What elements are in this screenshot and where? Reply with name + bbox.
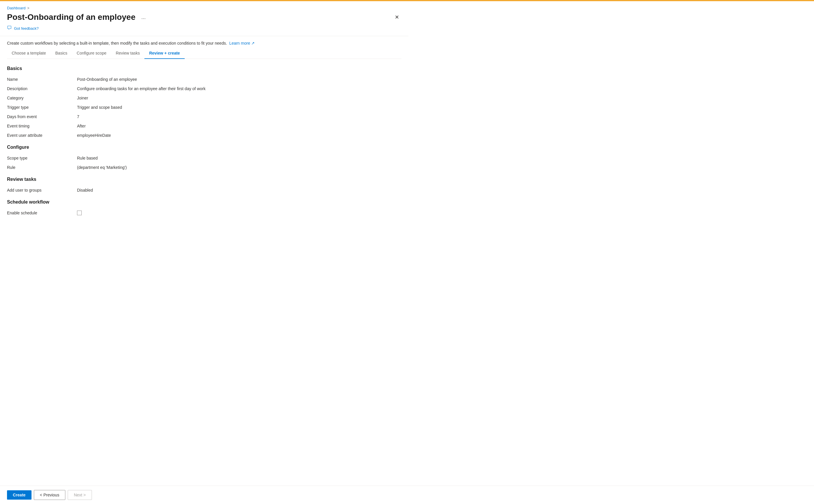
create-button[interactable]: Create bbox=[7, 490, 32, 500]
close-button[interactable]: ✕ bbox=[392, 13, 401, 22]
field-name-value: Post-Onboarding of an employee bbox=[77, 77, 401, 82]
field-enable-schedule: Enable schedule bbox=[7, 208, 401, 218]
field-event-user-attribute-value: employeeHireDate bbox=[77, 133, 401, 138]
description-row: Create custom workflows by selecting a b… bbox=[7, 36, 401, 48]
field-days-from-event-value: 7 bbox=[77, 114, 401, 119]
field-event-timing-value: After bbox=[77, 124, 401, 128]
field-add-user-to-groups-value: Disabled bbox=[77, 188, 401, 193]
feedback-row[interactable]: Got feedback? bbox=[7, 25, 401, 31]
field-name-label: Name bbox=[7, 77, 77, 82]
field-add-user-to-groups-label: Add user to groups bbox=[7, 188, 77, 193]
description-text: Create custom workflows by selecting a b… bbox=[7, 41, 227, 45]
breadcrumb-separator: > bbox=[27, 6, 29, 10]
more-options-button[interactable]: ... bbox=[139, 13, 148, 22]
field-scope-type-label: Scope type bbox=[7, 156, 77, 160]
field-category: Category Joiner bbox=[7, 93, 401, 103]
next-button: Next > bbox=[68, 490, 92, 500]
field-event-user-attribute: Event user attribute employeeHireDate bbox=[7, 131, 401, 140]
tab-review-create[interactable]: Review + create bbox=[144, 48, 184, 59]
enable-schedule-checkbox-container bbox=[77, 211, 401, 215]
footer: Create < Previous Next > bbox=[0, 486, 814, 504]
field-description: Description Configure onboarding tasks f… bbox=[7, 84, 401, 93]
field-trigger-type-label: Trigger type bbox=[7, 105, 77, 110]
page-title: Post-Onboarding of an employee bbox=[7, 13, 135, 22]
tab-review-tasks[interactable]: Review tasks bbox=[111, 48, 144, 59]
page-title-row: Post-Onboarding of an employee ... bbox=[7, 13, 148, 22]
breadcrumb-dashboard-link[interactable]: Dashboard bbox=[7, 6, 26, 10]
tabs-row: Choose a template Basics Configure scope… bbox=[7, 48, 401, 59]
previous-button[interactable]: < Previous bbox=[34, 490, 66, 500]
learn-more-link[interactable]: Learn more ↗ bbox=[229, 41, 255, 45]
field-description-label: Description bbox=[7, 86, 77, 91]
field-name: Name Post-Onboarding of an employee bbox=[7, 75, 401, 84]
feedback-icon bbox=[7, 25, 12, 31]
feedback-label: Got feedback? bbox=[14, 26, 39, 31]
field-add-user-to-groups: Add user to groups Disabled bbox=[7, 185, 401, 195]
breadcrumb: Dashboard > bbox=[7, 6, 401, 10]
field-scope-type-value: Rule based bbox=[77, 156, 401, 160]
page-header: Post-Onboarding of an employee ... ✕ bbox=[7, 13, 401, 22]
field-rule-value: (department eq 'Marketing') bbox=[77, 165, 401, 170]
field-enable-schedule-label: Enable schedule bbox=[7, 211, 77, 215]
external-link-icon: ↗ bbox=[251, 41, 255, 45]
tab-configure-scope[interactable]: Configure scope bbox=[72, 48, 111, 59]
basics-section-title: Basics bbox=[7, 66, 401, 71]
field-event-timing-label: Event timing bbox=[7, 124, 77, 128]
schedule-workflow-section-title: Schedule workflow bbox=[7, 199, 401, 205]
field-days-from-event: Days from event 7 bbox=[7, 112, 401, 121]
field-trigger-type-value: Trigger and scope based bbox=[77, 105, 401, 110]
configure-section-title: Configure bbox=[7, 145, 401, 150]
field-description-value: Configure onboarding tasks for an employ… bbox=[77, 86, 401, 91]
enable-schedule-checkbox[interactable] bbox=[77, 211, 82, 215]
field-event-user-attribute-label: Event user attribute bbox=[7, 133, 77, 138]
field-rule: Rule (department eq 'Marketing') bbox=[7, 163, 401, 172]
review-tasks-section-title: Review tasks bbox=[7, 177, 401, 182]
field-days-from-event-label: Days from event bbox=[7, 114, 77, 119]
content-area: Basics Name Post-Onboarding of an employ… bbox=[7, 66, 401, 241]
field-trigger-type: Trigger type Trigger and scope based bbox=[7, 103, 401, 112]
field-event-timing: Event timing After bbox=[7, 121, 401, 131]
tab-basics[interactable]: Basics bbox=[51, 48, 72, 59]
tab-choose-template[interactable]: Choose a template bbox=[7, 48, 51, 59]
field-rule-label: Rule bbox=[7, 165, 77, 170]
field-category-label: Category bbox=[7, 96, 77, 100]
field-scope-type: Scope type Rule based bbox=[7, 153, 401, 163]
field-category-value: Joiner bbox=[77, 96, 401, 100]
